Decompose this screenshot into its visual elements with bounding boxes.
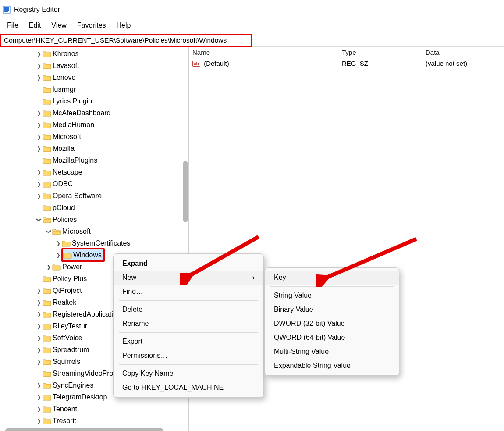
ctx-new-string[interactable]: String Value [265, 289, 399, 303]
tree-item[interactable]: ❯Lavasoft [0, 60, 188, 71]
ctx-new-binary[interactable]: Binary Value [265, 303, 399, 317]
tree-item[interactable]: ❯Tencent [0, 403, 188, 415]
tree-item[interactable]: .lusrmgr [0, 83, 188, 95]
tree-item-label: Windows [73, 251, 102, 259]
svg-rect-6 [8, 9, 9, 11]
tree-item[interactable]: ❯SystemCertificates [0, 237, 188, 249]
tree-item-label: Squirrels [53, 358, 80, 366]
app-icon [3, 6, 11, 14]
tree-item-label: QtProject [53, 287, 82, 295]
menu-edit[interactable]: Edit [25, 21, 46, 30]
ctx-copy-key-name[interactable]: Copy Key Name [114, 367, 263, 381]
ctx-goto-hklm[interactable]: Go to HKEY_LOCAL_MACHINE [114, 381, 263, 395]
tree-item-label: Lavasoft [53, 62, 79, 70]
tree-item-label: TelegramDesktop [53, 393, 107, 401]
tree-item[interactable]: ❯Lenovo [0, 71, 188, 83]
expand-icon[interactable]: ❯ [36, 181, 42, 187]
collapse-icon[interactable]: ❯ [36, 217, 42, 223]
expand-icon[interactable]: ❯ [46, 264, 52, 270]
expand-icon[interactable]: ❯ [55, 252, 61, 258]
value-row[interactable]: ab (Default) REG_SZ (value not set) [189, 58, 504, 70]
expand-icon[interactable]: ❯ [36, 51, 42, 57]
expand-icon[interactable]: ❯ [55, 240, 61, 246]
expand-icon[interactable]: ❯ [36, 288, 42, 294]
menu-favorites[interactable]: Favorites [73, 21, 110, 30]
tree-item-label: Spreadtrum [53, 346, 89, 354]
menu-file[interactable]: File [3, 21, 23, 30]
column-header-name[interactable]: Name [189, 47, 338, 58]
string-value-icon: ab [192, 60, 200, 68]
expand-icon[interactable]: ❯ [36, 122, 42, 128]
tree-item[interactable]: ❯Netscape [0, 166, 188, 178]
ctx-find[interactable]: Find… [114, 285, 263, 299]
tree-item[interactable]: ❯Policies [0, 214, 188, 225]
expand-icon[interactable]: ❯ [36, 359, 42, 365]
expand-icon[interactable]: ❯ [36, 394, 42, 400]
expand-icon[interactable]: ❯ [36, 110, 42, 116]
tree-item-label: Opera Software [53, 192, 102, 200]
column-header-type[interactable]: Type [338, 47, 422, 58]
expand-icon[interactable]: ❯ [36, 63, 42, 69]
expand-icon[interactable]: ❯ [36, 146, 42, 152]
tree-item[interactable]: .pCloud [0, 202, 188, 214]
svg-text:ab: ab [194, 61, 199, 66]
tree-item-label: pCloud [53, 204, 75, 212]
ctx-new-expandstring[interactable]: Expandable String Value [265, 359, 399, 373]
expand-icon[interactable]: ❯ [36, 347, 42, 353]
tree-item[interactable]: ❯McAfeeDashboard [0, 107, 188, 119]
tree-item-label: Lyrics Plugin [53, 97, 92, 105]
tree-item-label: Lenovo [53, 74, 76, 82]
expand-icon[interactable]: ❯ [36, 335, 42, 341]
expand-icon[interactable]: ❯ [36, 406, 42, 412]
tree-item[interactable]: ❯Microsoft [0, 225, 188, 237]
expand-icon[interactable]: ❯ [36, 193, 42, 199]
tree-item[interactable]: ❯ODBC [0, 178, 188, 190]
tree-item-label: Netscape [53, 168, 82, 176]
tree-item-label: Tresorit [53, 417, 76, 425]
ctx-expand[interactable]: Expand [114, 256, 263, 271]
ctx-delete[interactable]: Delete [114, 303, 263, 317]
tree-item[interactable]: .Lyrics Plugin [0, 95, 188, 107]
address-bar[interactable]: Computer\HKEY_CURRENT_USER\Software\Poli… [0, 34, 252, 47]
expand-icon[interactable]: ❯ [36, 75, 42, 81]
vertical-scrollbar-thumb[interactable] [183, 161, 188, 222]
svg-rect-7 [4, 11, 6, 12]
tree-item[interactable]: ❯Opera Software [0, 190, 188, 202]
tree-item[interactable]: ❯Tresorit [0, 415, 188, 427]
tree-item-label: MozillaPlugins [53, 157, 97, 164]
ctx-permissions[interactable]: Permissions… [114, 349, 263, 363]
expand-icon[interactable]: ❯ [36, 382, 42, 388]
tree-item[interactable]: ❯MediaHuman [0, 119, 188, 131]
column-header-data[interactable]: Data [422, 47, 504, 58]
tree-item-label: Tencent [53, 405, 77, 413]
ctx-new-qword[interactable]: QWORD (64-bit) Value [265, 331, 399, 345]
svg-rect-2 [6, 7, 8, 9]
tree-item-label: SyncEngines [53, 381, 93, 389]
window-title: Registry Editor [14, 6, 60, 14]
tree-item[interactable]: .MozillaPlugins [0, 154, 188, 166]
expand-icon[interactable]: ❯ [36, 311, 42, 317]
menu-help[interactable]: Help [112, 21, 135, 30]
expand-icon[interactable]: ❯ [36, 323, 42, 329]
tree-item[interactable]: ❯Khronos [0, 48, 188, 60]
menu-view[interactable]: View [47, 21, 71, 30]
tree-item-label: SoftVoice [53, 334, 82, 342]
horizontal-scrollbar-thumb[interactable] [5, 428, 163, 431]
expand-icon[interactable]: ❯ [36, 299, 42, 306]
tree-item-label: Policy Plus [53, 275, 87, 283]
ctx-export[interactable]: Export [114, 335, 263, 349]
expand-icon[interactable]: ❯ [36, 418, 42, 424]
separator [119, 300, 258, 301]
tree-item-label: Khronos [53, 50, 79, 58]
expand-icon[interactable]: ❯ [36, 169, 42, 175]
value-data: (value not set) [422, 58, 504, 70]
ctx-rename[interactable]: Rename [114, 317, 263, 331]
collapse-icon[interactable]: ❯ [46, 228, 52, 235]
ctx-new[interactable]: New › [114, 271, 263, 285]
expand-icon[interactable]: ❯ [36, 134, 42, 140]
tree-item[interactable]: ❯Mozilla [0, 142, 188, 154]
ctx-new-multistring[interactable]: Multi-String Value [265, 345, 399, 359]
tree-item[interactable]: ❯Microsoft [0, 131, 188, 142]
ctx-new-dword[interactable]: DWORD (32-bit) Value [265, 317, 399, 331]
ctx-new-key[interactable]: Key [265, 271, 399, 285]
